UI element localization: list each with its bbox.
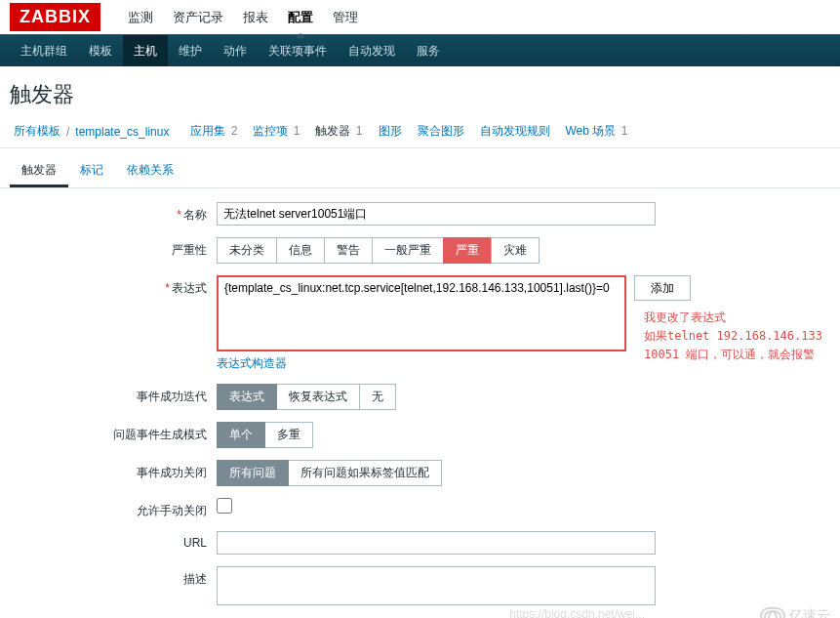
problem-gen-single[interactable]: 单个 bbox=[217, 422, 265, 448]
event-ok-iter-none[interactable]: 无 bbox=[359, 384, 396, 410]
topnav-inventory[interactable]: 资产记录 bbox=[163, 9, 233, 26]
severity-high[interactable]: 严重 bbox=[443, 237, 492, 264]
subnav-maintenance[interactable]: 维护 bbox=[168, 35, 213, 66]
ctx-tab-discovery-rules[interactable]: 自动发现规则 bbox=[472, 123, 558, 140]
tab-tags[interactable]: 标记 bbox=[68, 156, 115, 187]
label-allow-manual: 允许手动关闭 bbox=[10, 498, 217, 519]
ctx-tab-applications[interactable]: 应用集 2 bbox=[182, 123, 245, 140]
ctx-tab-screens[interactable]: 聚合图形 bbox=[410, 123, 472, 140]
subnav-discovery[interactable]: 自动发现 bbox=[338, 35, 406, 66]
cloud-icon bbox=[760, 607, 785, 618]
label-expression: *表达式 bbox=[10, 275, 217, 297]
topnav-monitor[interactable]: 监测 bbox=[118, 9, 163, 26]
topnav-admin[interactable]: 管理 bbox=[323, 9, 368, 26]
subnav-templates[interactable]: 模板 bbox=[78, 35, 123, 66]
sub-bar: 主机群组 模板 主机 维护 动作 关联项事件 自动发现 服务 bbox=[0, 35, 840, 66]
add-button[interactable]: 添加 bbox=[634, 275, 691, 301]
ctx-tab-web[interactable]: Web 场景 1 bbox=[558, 123, 636, 140]
severity-disaster[interactable]: 灾难 bbox=[491, 237, 540, 264]
breadcrumb-sep: / bbox=[64, 125, 71, 139]
event-ok-iter-recovery[interactable]: 恢复表达式 bbox=[276, 384, 360, 410]
subnav-hosts[interactable]: 主机 bbox=[123, 35, 168, 66]
url-input[interactable] bbox=[217, 531, 656, 555]
label-event-ok-iter: 事件成功迭代 bbox=[10, 384, 217, 405]
severity-average[interactable]: 一般严重 bbox=[372, 237, 444, 264]
label-name: *名称 bbox=[10, 202, 217, 224]
expression-builder-link[interactable]: 表达式构造器 bbox=[217, 355, 287, 372]
label-event-ok-close: 事件成功关闭 bbox=[10, 460, 217, 481]
severity-unclassified[interactable]: 未分类 bbox=[217, 237, 277, 264]
context-bar: 所有模板 / template_cs_linux 应用集 2 监控项 1 触发器… bbox=[0, 117, 840, 148]
topnav-config[interactable]: 配置 bbox=[278, 9, 323, 26]
breadcrumb-template[interactable]: template_cs_linux bbox=[71, 125, 173, 139]
watermark-csdn: https://blog.csdn.net/wei... bbox=[509, 607, 645, 618]
label-severity: 严重性 bbox=[10, 237, 217, 259]
name-input[interactable] bbox=[217, 202, 656, 226]
expression-textarea[interactable]: {template_cs_linux:net.tcp.service[telne… bbox=[217, 275, 626, 351]
severity-group: 未分类 信息 警告 一般严重 严重 灾难 bbox=[217, 237, 540, 264]
watermark-yisu: 亿速云 bbox=[760, 607, 830, 618]
logo: ZABBIX bbox=[10, 3, 100, 31]
subnav-services[interactable]: 服务 bbox=[406, 35, 451, 66]
ctx-tab-triggers[interactable]: 触发器 1 bbox=[307, 123, 370, 140]
event-ok-close-all[interactable]: 所有问题 bbox=[217, 460, 289, 486]
label-desc: 描述 bbox=[10, 566, 217, 588]
ctx-tab-items[interactable]: 监控项 1 bbox=[245, 123, 307, 140]
allow-manual-checkbox[interactable] bbox=[217, 498, 232, 514]
event-ok-close-tag[interactable]: 所有问题如果标签值匹配 bbox=[288, 460, 442, 486]
subnav-actions[interactable]: 动作 bbox=[213, 35, 258, 66]
tab-dependencies[interactable]: 依赖关系 bbox=[115, 156, 185, 187]
subnav-correlation[interactable]: 关联项事件 bbox=[258, 35, 338, 66]
event-ok-iter-expr[interactable]: 表达式 bbox=[217, 384, 277, 410]
label-problem-gen: 问题事件生成模式 bbox=[10, 422, 217, 443]
ctx-tab-graphs[interactable]: 图形 bbox=[371, 123, 410, 140]
severity-info[interactable]: 信息 bbox=[276, 237, 325, 264]
top-bar: ZABBIX 监测 资产记录 报表 配置 管理 bbox=[0, 0, 840, 35]
severity-warning[interactable]: 警告 bbox=[324, 237, 373, 264]
problem-gen-multiple[interactable]: 多重 bbox=[264, 422, 313, 448]
subnav-hostgroups[interactable]: 主机群组 bbox=[10, 35, 78, 66]
inner-tabs: 触发器 标记 依赖关系 bbox=[0, 148, 840, 188]
topnav-reports[interactable]: 报表 bbox=[233, 9, 278, 26]
page-title: 触发器 bbox=[0, 66, 840, 117]
annotation: 我更改了表达式 如果telnet 192.168.146.133 10051 端… bbox=[644, 309, 822, 365]
label-url: URL bbox=[10, 531, 217, 550]
tab-trigger[interactable]: 触发器 bbox=[10, 156, 68, 187]
description-textarea[interactable] bbox=[217, 566, 656, 605]
breadcrumb-all-templates[interactable]: 所有模板 bbox=[10, 123, 64, 140]
form-area: *名称 严重性 未分类 信息 警告 一般严重 严重 灾难 *表达式 {templ… bbox=[0, 188, 840, 618]
